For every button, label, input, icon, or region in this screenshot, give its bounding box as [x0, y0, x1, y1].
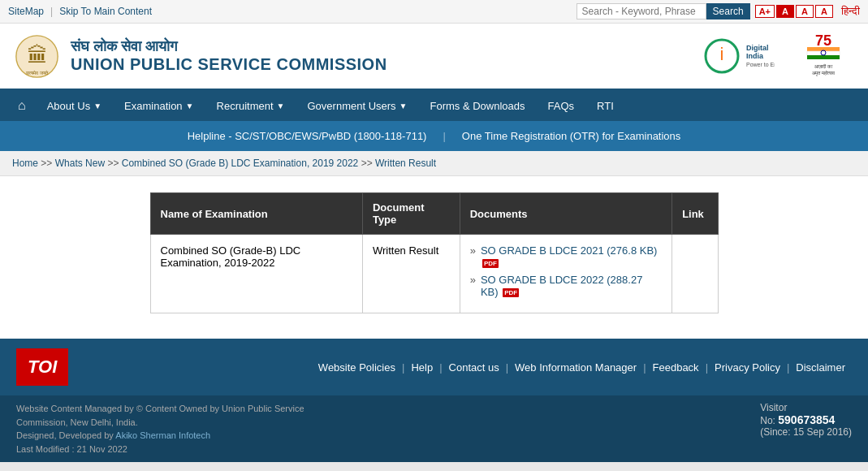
visitor-count: 590673854	[778, 413, 835, 426]
breadcrumb-result[interactable]: Written Result	[375, 158, 436, 169]
exam-table: Name of Examination Document Type Docume…	[150, 192, 719, 313]
sep1: |	[50, 6, 53, 17]
font-btn-normal[interactable]: A	[776, 5, 794, 18]
breadcrumb-sep3: >>	[361, 158, 375, 169]
exam-name-text: Combined SO (Grade-B) LDC Examination, 2…	[161, 244, 301, 269]
main-nav: ⌂ About Us ▼ Examination ▼ Recruitment ▼…	[0, 90, 868, 121]
breadcrumb: Home >> Whats New >> Combined SO (Grade …	[0, 151, 868, 176]
footer-link-webinfo[interactable]: Web Information Manager	[508, 360, 643, 375]
gov-users-arrow: ▼	[399, 102, 408, 110]
visitor-label: Visitor	[760, 402, 852, 413]
doc-row-1: » SO GRADE B LDCE 2021 (276.8 KB) PDF	[470, 244, 662, 269]
pdf-icon-2: PDF	[503, 288, 519, 297]
footer-link-contact[interactable]: Contact us	[443, 360, 506, 375]
skip-link[interactable]: Skip To Main Content	[59, 6, 152, 17]
svg-text:सत्यमेव जयते: सत्यमेव जयते	[25, 70, 49, 76]
footer-bottom: Website Content Managed by © Content Own…	[0, 395, 868, 462]
main-content: Name of Examination Document Type Docume…	[0, 176, 868, 339]
nav-forms-downloads[interactable]: Forms & Downloads	[419, 92, 537, 120]
visitor-number: No: 590673854	[760, 413, 852, 426]
nav-about-us[interactable]: About Us ▼	[36, 92, 113, 120]
font-btn-medium[interactable]: A	[796, 5, 814, 18]
nav-recruitment[interactable]: Recruitment ▼	[205, 92, 296, 120]
svg-rect-11	[807, 55, 840, 59]
digital-india-logo: i Digital India Power to Empower	[702, 34, 775, 79]
svg-text:Power to Empower: Power to Empower	[746, 62, 775, 68]
doc-bullet-1: »	[470, 244, 476, 257]
svg-text:आज़ादी का: आज़ादी का	[814, 63, 833, 69]
font-btn-large[interactable]: A+	[755, 5, 775, 18]
doc-bullet-2: »	[470, 274, 476, 286]
footer-links: Website Policies | Help | Contact us | W…	[312, 360, 852, 375]
pdf-icon-1: PDF	[482, 259, 499, 268]
doc-1-text: SO GRADE B LDCE 2021 (276.8 KB) PDF	[481, 244, 662, 269]
col-header-exam-name: Name of Examination	[150, 193, 362, 235]
emblem: 🏛 सत्यमेव जयते	[12, 32, 61, 80]
header-hindi: संघ लोक सेवा आयोग	[71, 38, 387, 55]
search-button[interactable]: Search	[706, 3, 750, 19]
examination-arrow: ▼	[186, 102, 194, 110]
svg-text:अमृत महोत्सव: अमृत महोत्सव	[812, 70, 836, 76]
subnav-otr[interactable]: One Time Registration (OTR) for Examinat…	[446, 126, 697, 146]
top-bar-right: Search A+ A A A हिन्दी	[577, 3, 860, 19]
col-header-documents: Documents	[460, 193, 672, 235]
documents-cell: » SO GRADE B LDCE 2021 (276.8 KB) PDF » …	[460, 235, 672, 313]
search-input[interactable]	[577, 3, 706, 19]
footer-link-policies[interactable]: Website Policies	[312, 360, 402, 375]
search-box: Search	[577, 3, 750, 19]
top-bar: SiteMap | Skip To Main Content Search A+…	[0, 0, 868, 24]
breadcrumb-home[interactable]: Home	[12, 158, 38, 169]
footer-link-feedback[interactable]: Feedback	[646, 360, 706, 375]
svg-text:i: i	[720, 44, 724, 64]
top-bar-left: SiteMap | Skip To Main Content	[8, 6, 152, 17]
font-btn-small[interactable]: A	[815, 5, 833, 18]
breadcrumb-sep1: >>	[41, 158, 54, 169]
footer-managed: Website Content Managed by © Content Own…	[16, 402, 325, 456]
link-cell	[672, 235, 718, 313]
header-english: UNION PUBLIC SERVICE COMMISSION	[71, 55, 387, 74]
doc-1-link[interactable]: SO GRADE B LDCE 2021 (276.8 KB)	[481, 244, 657, 257]
header-left: 🏛 सत्यमेव जयते संघ लोक सेवा आयोग UNION P…	[12, 32, 387, 80]
toi-badge: TOI	[16, 348, 68, 386]
svg-text:India: India	[746, 52, 764, 60]
nav-faqs[interactable]: FAQs	[537, 92, 586, 120]
breadcrumb-whatsnew[interactable]: Whats New	[55, 158, 105, 169]
svg-rect-10	[807, 51, 840, 55]
svg-text:Digital: Digital	[746, 44, 769, 52]
col-header-doc-type: Document Type	[362, 193, 460, 235]
header-right: i Digital India Power to Empower 75 आज़ा…	[702, 34, 856, 79]
recruitment-arrow: ▼	[277, 102, 285, 110]
nav-examination[interactable]: Examination ▼	[113, 92, 205, 120]
sub-nav: Helpline - SC/ST/OBC/EWS/PwBD (1800-118-…	[0, 121, 868, 151]
designed-by-prefix: Designed, Developed by	[16, 430, 115, 440]
footer-link-disclaimer[interactable]: Disclaimer	[789, 360, 852, 375]
sitemap-link[interactable]: SiteMap	[8, 6, 44, 17]
breadcrumb-sep2: >>	[107, 158, 121, 169]
managed-text: Website Content Managed by © Content Own…	[16, 404, 304, 427]
footer-link-privacy[interactable]: Privacy Policy	[708, 360, 787, 375]
font-size-controls: A+ A A A	[755, 5, 833, 18]
doc-type-cell: Written Result	[362, 235, 460, 313]
footer-visitor: Visitor No: 590673854 (Since: 15 Sep 201…	[760, 402, 852, 438]
nav-rti[interactable]: RTI	[585, 92, 625, 120]
designer-link[interactable]: Akiko Sherman Infotech	[115, 430, 210, 440]
nav-home[interactable]: ⌂	[8, 90, 36, 121]
hindi-link[interactable]: हिन्दी	[841, 5, 860, 18]
amrit-mahotsav-logo: 75 आज़ादी का अमृत महोत्सव	[791, 34, 856, 79]
about-us-arrow: ▼	[93, 102, 101, 110]
footer-link-help[interactable]: Help	[404, 360, 439, 375]
visitor-no-label: No:	[760, 415, 775, 426]
nav-government-users[interactable]: Government Users ▼	[296, 92, 419, 120]
header: 🏛 सत्यमेव जयते संघ लोक सेवा आयोग UNION P…	[0, 24, 868, 90]
svg-text:75: 75	[815, 34, 831, 49]
doc-2-text: SO GRADE B LDCE 2022 (288.27 KB) PDF	[481, 274, 662, 298]
header-text: संघ लोक सेवा आयोग UNION PUBLIC SERVICE C…	[71, 38, 387, 74]
breadcrumb-exam[interactable]: Combined SO (Grade B) LDC Examination, 2…	[122, 158, 359, 169]
subnav-helpline[interactable]: Helpline - SC/ST/OBC/EWS/PwBD (1800-118-…	[171, 126, 443, 146]
footer: TOI Website Policies | Help | Contact us…	[0, 339, 868, 395]
visitor-since: (Since: 15 Sep 2016)	[760, 426, 852, 438]
svg-text:🏛: 🏛	[26, 43, 47, 66]
doc-type-text: Written Result	[373, 244, 438, 257]
last-modified: Last Modified : 21 Nov 2022	[16, 444, 127, 454]
table-row: Combined SO (Grade-B) LDC Examination, 2…	[150, 235, 718, 313]
